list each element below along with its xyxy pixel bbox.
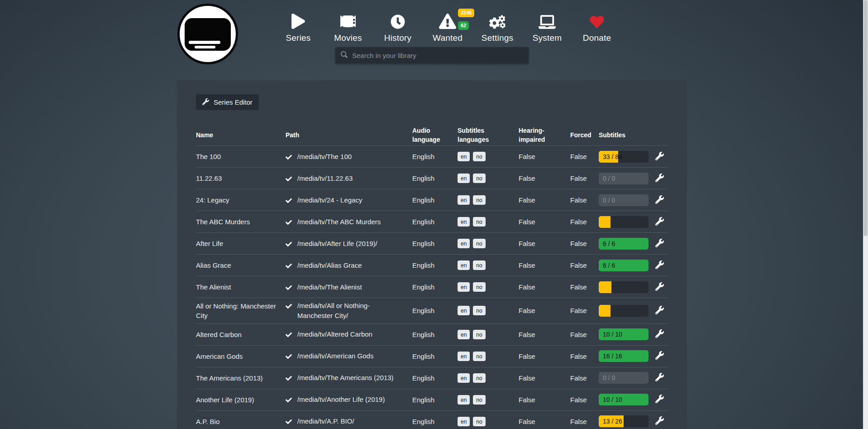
audio-language: English xyxy=(412,218,458,226)
nav-item-movies[interactable]: Movies xyxy=(323,12,373,43)
edit-series-button[interactable] xyxy=(655,351,670,361)
series-path-cell: /media/tv/The ABC Murders xyxy=(286,217,412,227)
table-header: Name Path Audio language Subtitles langu… xyxy=(196,125,669,145)
subtitles-progress: 33 / 84 xyxy=(599,151,649,163)
series-name[interactable]: Altered Carbon xyxy=(196,330,286,339)
logo-subtitle-line xyxy=(189,41,220,44)
table-row: 24: Legacy /media/tv/24 - Legacy English… xyxy=(196,189,669,211)
series-path-cell: /media/tv/The Americans (2013) xyxy=(286,373,412,383)
series-name[interactable]: After Life xyxy=(196,239,286,248)
series-path-cell: /media/tv/Altered Carbon xyxy=(286,329,412,339)
forced-value: False xyxy=(570,331,599,338)
language-badge: no xyxy=(473,417,485,426)
main-nav: Series Movies History Wanted 2246 62 xyxy=(273,12,622,43)
forced-value: False xyxy=(570,261,599,269)
edit-series-button[interactable] xyxy=(655,373,670,383)
nav-item-donate[interactable]: Donate xyxy=(572,12,622,43)
series-path-cell: /media/tv/The Alienist xyxy=(286,282,412,292)
check-icon xyxy=(286,374,292,384)
subtitles-progress-label: 10 / 10 xyxy=(603,394,622,405)
bazarr-logo[interactable] xyxy=(177,4,238,64)
series-name[interactable]: The Alienist xyxy=(196,282,286,292)
scrollbar-thumb[interactable] xyxy=(863,0,868,236)
page-scrollbar[interactable] xyxy=(863,0,868,429)
series-name[interactable]: 11.22.63 xyxy=(196,174,286,183)
edit-series-button[interactable] xyxy=(655,282,670,292)
series-name[interactable]: 24: Legacy xyxy=(196,195,286,205)
series-path: /media/tv/The Americans (2013) xyxy=(297,374,394,381)
check-icon xyxy=(286,396,292,406)
table-row: American Gods /media/tv/American Gods En… xyxy=(196,345,669,367)
series-name[interactable]: Another Life (2019) xyxy=(196,395,286,405)
check-icon xyxy=(286,302,292,312)
series-path: /media/tv/Altered Carbon xyxy=(297,330,372,338)
hearing-impaired-value: False xyxy=(519,418,570,425)
language-badge: no xyxy=(473,373,485,383)
hearing-impaired-value: False xyxy=(519,396,570,404)
edit-series-button[interactable] xyxy=(655,260,670,270)
subtitles-progress-label: 6 / 6 xyxy=(603,260,615,271)
hearing-impaired-value: False xyxy=(519,352,570,360)
series-name[interactable]: The ABC Murders xyxy=(196,217,286,227)
audio-language: English xyxy=(412,307,458,314)
check-icon xyxy=(286,262,292,272)
film-icon xyxy=(340,14,356,31)
audio-language: English xyxy=(412,396,458,404)
edit-series-button[interactable] xyxy=(655,306,670,316)
subtitles-progress-label: 0 / 0 xyxy=(603,372,615,384)
subtitles-progress-fill xyxy=(599,305,610,317)
check-icon xyxy=(286,197,292,207)
table-row: All or Nothing: Manchester City /media/t… xyxy=(196,298,669,323)
nav-item-settings[interactable]: Settings xyxy=(472,12,522,43)
series-path: /media/tv/24 - Legacy xyxy=(297,196,362,204)
series-editor-button[interactable]: Series Editor xyxy=(196,94,259,110)
series-name[interactable]: A.P. Bio xyxy=(196,417,286,426)
edit-series-button[interactable] xyxy=(655,152,670,162)
wrench-icon xyxy=(655,306,664,316)
edit-series-button[interactable] xyxy=(655,239,670,249)
edit-series-button[interactable] xyxy=(655,395,670,405)
series-name[interactable]: The 100 xyxy=(196,152,286,161)
edit-series-button[interactable] xyxy=(655,416,670,426)
subtitles-progress-label: 13 / 26 xyxy=(603,415,622,427)
series-name[interactable]: American Gods xyxy=(196,352,286,361)
nav-item-system[interactable]: System xyxy=(522,12,572,43)
clock-icon xyxy=(391,14,405,31)
subtitle-languages: enno xyxy=(458,152,519,161)
subtitles-progress: 0 / 0 xyxy=(599,194,649,206)
series-name[interactable]: All or Nothing: Manchester City xyxy=(196,301,286,320)
check-icon xyxy=(286,418,292,428)
series-path-cell: /media/tv/11.22.63 xyxy=(286,174,412,183)
edit-series-button[interactable] xyxy=(655,195,670,205)
series-name[interactable]: Alias Grace xyxy=(196,260,286,270)
nav-item-history[interactable]: History xyxy=(373,12,423,43)
wrench-icon xyxy=(655,260,664,270)
table-row: 11.22.63 /media/tv/11.22.63 English enno… xyxy=(196,167,669,189)
audio-language: English xyxy=(412,153,458,160)
edit-series-button[interactable] xyxy=(655,329,670,339)
subtitles-progress: 6 / 6 xyxy=(599,260,649,271)
series-name[interactable]: The Americans (2013) xyxy=(196,373,286,383)
nav-label: Donate xyxy=(572,33,622,43)
language-badge: no xyxy=(473,330,485,339)
search-input[interactable] xyxy=(352,52,523,59)
edit-series-button[interactable] xyxy=(655,174,670,183)
language-badge: no xyxy=(473,352,485,361)
hearing-impaired-value: False xyxy=(519,196,570,204)
library-search xyxy=(335,47,529,63)
subtitles-progress xyxy=(599,305,649,317)
subtitles-progress-label: 33 / 84 xyxy=(603,151,622,163)
laptop-icon xyxy=(539,15,556,31)
header-audio-language: Audio language xyxy=(412,126,458,145)
wrench-icon xyxy=(655,217,664,227)
subtitle-languages: enno xyxy=(458,306,519,315)
series-table: Name Path Audio language Subtitles langu… xyxy=(196,125,669,429)
table-row: The Alienist /media/tv/The Alienist Engl… xyxy=(196,276,669,298)
edit-series-button[interactable] xyxy=(655,217,670,227)
wrench-icon xyxy=(655,174,664,183)
forced-value: False xyxy=(570,307,599,314)
nav-item-wanted[interactable]: Wanted 2246 62 xyxy=(423,12,472,43)
audio-language: English xyxy=(412,174,458,182)
wrench-icon xyxy=(655,239,664,249)
nav-item-series[interactable]: Series xyxy=(273,12,323,43)
